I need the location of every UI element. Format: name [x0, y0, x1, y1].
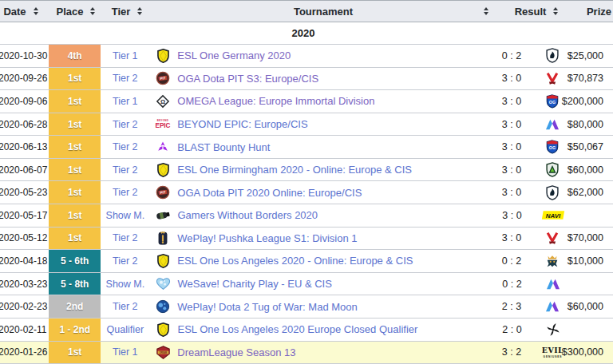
table-row: 2020-05-231stTier 2PITOGA Dota PIT 2020 …: [0, 181, 613, 204]
team-liquid-logo[interactable]: [545, 48, 560, 63]
dreamleague-icon[interactable]: DREAM: [155, 344, 171, 360]
tournament-link[interactable]: WeSave! Charity Play - EU & CIS: [177, 278, 331, 290]
table-row: 2020-10-304thTier 1ESL One Germany 20200…: [0, 45, 613, 68]
date-cell: 2020-03-23: [0, 273, 49, 295]
prize-cell: $10,000: [570, 250, 613, 272]
prize-cell: $300,000: [570, 342, 613, 364]
nip-logo[interactable]: [546, 322, 560, 337]
result-score: 3 : 0: [488, 228, 535, 250]
tournament-link[interactable]: ESL One Germany 2020: [177, 49, 291, 61]
esl-one-icon[interactable]: [155, 253, 171, 269]
result-score: 3 : 2: [488, 342, 535, 364]
sort-icon[interactable]: [553, 7, 558, 15]
og-logo[interactable]: OG: [546, 94, 559, 109]
tier-link[interactable]: Tier 1: [113, 50, 138, 61]
og-logo[interactable]: OG: [546, 140, 559, 154]
oga-pit-icon[interactable]: PIT: [155, 70, 171, 86]
column-label-date: Date: [3, 6, 26, 18]
date-cell: 2020-02-11: [0, 318, 49, 341]
table-row: 2020-09-061stTier 1ΩOMEGA League: Europe…: [0, 90, 613, 113]
tournament-link[interactable]: OMEGA League: Europe Immortal Division: [177, 95, 374, 107]
tier-link[interactable]: Show M.: [106, 210, 145, 221]
tournament-link[interactable]: OGA Dota PIT 2020 Online: Europe/CIS: [177, 187, 362, 199]
tournament-link[interactable]: BLAST Bounty Hunt: [177, 141, 270, 153]
sort-icon[interactable]: [34, 7, 38, 15]
table-row: 2020-01-261stTier 1DREAMDreamLeague Seas…: [0, 342, 613, 364]
place-badge: 1st: [49, 342, 101, 364]
tier-link[interactable]: Tier 2: [113, 73, 138, 84]
date-cell: 2020-05-17: [0, 204, 49, 227]
tier-link[interactable]: Tier 2: [113, 255, 138, 267]
tournament-link[interactable]: ESL One Los Angeles 2020 - Online: Europ…: [177, 255, 413, 267]
tournament-link[interactable]: ESL One Birmingham 2020 - Online: Europe…: [177, 164, 412, 176]
date-cell: 2020-05-12: [0, 228, 49, 250]
sort-icon[interactable]: [90, 7, 95, 15]
prize-cell: $50,067: [570, 136, 613, 158]
alliance-logo[interactable]: [545, 162, 560, 177]
prize-cell: [571, 204, 613, 227]
wesave-icon[interactable]: [155, 276, 171, 292]
tournament-link[interactable]: Gamers Without Borders 2020: [177, 209, 318, 221]
vp-prodigy-logo[interactable]: [545, 71, 560, 85]
tournament-link[interactable]: DreamLeague Season 13: [177, 346, 295, 358]
result-score: 2 : 3: [488, 295, 535, 318]
tier-link[interactable]: Tier 2: [113, 119, 138, 130]
tier-link[interactable]: Tier 2: [113, 187, 138, 198]
beyond-epic-icon[interactable]: BEYONDEPIC: [155, 117, 171, 133]
svg-text:PIT: PIT: [160, 76, 167, 81]
tier-link[interactable]: Tier 1: [113, 346, 138, 358]
prize-cell: $60,000: [570, 295, 613, 318]
result-score: 3 : 0: [488, 68, 535, 90]
vp-prodigy-logo[interactable]: [545, 231, 560, 245]
date-cell: 2020-04-18: [0, 250, 49, 272]
tier-link[interactable]: Qualifier: [107, 324, 144, 335]
pushka-league-icon[interactable]: [155, 230, 171, 246]
sort-icon[interactable]: [137, 7, 142, 15]
nigma-logo[interactable]: [545, 278, 561, 291]
result-score: 0 : 2: [488, 45, 535, 67]
weplay-mad-moon-icon[interactable]: [155, 299, 171, 315]
column-label-tournament: Tournament: [294, 6, 353, 18]
vikin-logo[interactable]: [544, 254, 560, 268]
tier-link[interactable]: Show M.: [106, 279, 145, 290]
omega-league-icon[interactable]: Ω: [155, 93, 171, 109]
tier-link[interactable]: Tier 2: [113, 141, 138, 152]
tournament-link[interactable]: BEYOND EPIC: Europe/CIS: [177, 118, 307, 130]
season-row: 2020: [0, 22, 613, 45]
esl-one-icon[interactable]: [155, 48, 171, 64]
esl-one-icon[interactable]: [155, 322, 171, 338]
oga-pit-icon[interactable]: PIT: [155, 184, 171, 200]
nigma-logo[interactable]: [544, 300, 560, 313]
result-score: 3 : 0: [488, 159, 535, 181]
tier-link[interactable]: Tier 2: [113, 301, 138, 312]
date-cell: 2020-09-06: [0, 90, 49, 113]
prize-cell: $70,873: [570, 68, 613, 90]
tournament-link[interactable]: ESL One Los Angeles 2020 Europe Closed Q…: [177, 323, 417, 335]
tier-link[interactable]: Tier 1: [113, 96, 138, 107]
prize-cell: $25,000: [570, 45, 613, 67]
prize-cell: $60,000: [570, 159, 613, 181]
place-badge: 1st: [49, 181, 101, 204]
nigma-logo[interactable]: [544, 118, 560, 131]
tier-link[interactable]: Tier 2: [113, 164, 138, 176]
place-badge: 1st: [49, 68, 101, 90]
svg-text:GENIUSES: GENIUSES: [543, 355, 562, 358]
tier-link[interactable]: Tier 2: [113, 232, 138, 243]
date-cell: 2020-09-26: [0, 68, 49, 90]
place-badge: 2nd: [49, 295, 101, 318]
prize-cell: [571, 318, 613, 341]
team-liquid-logo[interactable]: [545, 185, 560, 200]
esl-one-icon[interactable]: [155, 162, 171, 178]
gamers-without-borders-icon[interactable]: [155, 208, 171, 224]
navi-logo[interactable]: NAVI: [541, 210, 565, 220]
svg-text:EVIL: EVIL: [542, 346, 564, 355]
tournament-link[interactable]: OGA Dota PIT S3: Europe/CIS: [177, 73, 318, 85]
tournament-link[interactable]: WePlay! Dota 2 Tug of War: Mad Moon: [177, 301, 357, 313]
tournament-link[interactable]: WePlay! Pushka League S1: Division 1: [177, 232, 357, 244]
sort-icon[interactable]: [484, 7, 488, 15]
table-body: 2020-10-304thTier 1ESL One Germany 20200…: [0, 45, 613, 364]
eg-logo[interactable]: EVILGENIUSES: [542, 345, 564, 359]
blast-icon[interactable]: [155, 139, 171, 155]
date-cell: 2020-10-30: [0, 45, 49, 67]
tournament-results-table: Date Place Tier Tournament Result Prize: [0, 0, 613, 364]
